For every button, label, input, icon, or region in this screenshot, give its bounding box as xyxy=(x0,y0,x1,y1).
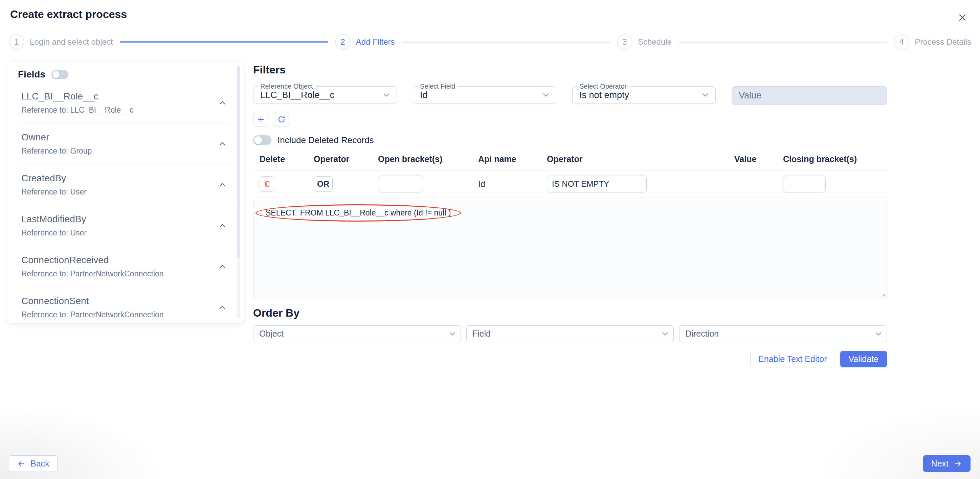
validate-button[interactable]: Validate xyxy=(840,351,887,367)
field-name: ConnectionSent xyxy=(21,296,218,306)
field-item-text: Owner Reference to: Group xyxy=(21,132,218,155)
row-operator-chip[interactable]: OR xyxy=(314,176,332,192)
cell-closing-brackets xyxy=(783,176,887,192)
chevron-down-icon xyxy=(700,90,710,100)
cell-operator: OR xyxy=(314,176,378,192)
back-button[interactable]: Back xyxy=(9,455,57,472)
enable-text-editor-button[interactable]: Enable Text Editor xyxy=(750,351,835,367)
field-item-text: CreatedBy Reference to: User xyxy=(21,173,218,197)
field-item-llc-bi-role[interactable]: LLC_BI__Role__c Reference to: LLC_BI__Ro… xyxy=(19,82,232,124)
field-item-createdby[interactable]: CreatedBy Reference to: User xyxy=(19,164,232,205)
back-label: Back xyxy=(30,459,49,468)
fields-scrollbar[interactable] xyxy=(237,66,240,318)
row-operator-input[interactable] xyxy=(547,176,647,192)
chevron-up-icon xyxy=(218,221,227,230)
include-deleted-row: Include Deleted Records xyxy=(253,135,887,146)
field-item-connectionreceived[interactable]: ConnectionReceived Reference to: Partner… xyxy=(19,246,232,287)
step-label: Login and select object xyxy=(30,37,113,47)
cell-delete xyxy=(259,176,314,192)
step-add-filters[interactable]: 2 Add Filters xyxy=(335,34,395,50)
filters-action-row: Enable Text Editor Validate xyxy=(253,351,887,367)
include-deleted-toggle[interactable] xyxy=(253,135,271,145)
step-label: Schedule xyxy=(638,37,672,47)
order-by-title: Order By xyxy=(253,307,887,319)
stepper: 1 Login and select object 2 Add Filters … xyxy=(9,34,971,50)
chevron-down-icon xyxy=(541,90,550,100)
order-by-direction-select[interactable]: Direction xyxy=(679,325,887,342)
step-number: 4 xyxy=(894,34,909,50)
toggle-knob xyxy=(52,71,60,78)
col-operator: Operator xyxy=(314,154,378,164)
order-by-object-select[interactable]: Object xyxy=(253,325,461,342)
field-name: LastModifiedBy xyxy=(21,214,218,225)
refresh-button[interactable] xyxy=(274,112,289,127)
value-input[interactable] xyxy=(732,86,887,105)
order-by-field-select[interactable]: Field xyxy=(466,325,674,342)
chevron-up-icon xyxy=(218,262,227,271)
refresh-icon xyxy=(277,115,286,124)
order-by-direction-placeholder: Direction xyxy=(685,329,874,339)
chevron-down-icon xyxy=(660,329,670,339)
select-operator-label: Select Operator xyxy=(577,82,629,90)
query-textarea[interactable]: SELECT FROM LLC_BI__Role__c where (Id !=… xyxy=(253,200,887,298)
chevron-down-icon xyxy=(448,329,457,339)
chevron-up-icon xyxy=(218,303,227,312)
field-reference: Reference to: User xyxy=(21,228,218,238)
add-filter-button[interactable] xyxy=(253,112,268,127)
filter-actions-row xyxy=(253,112,887,127)
step-number: 3 xyxy=(617,34,632,50)
field-item-text: LLC_BI__Role__c Reference to: LLC_BI__Ro… xyxy=(21,91,218,115)
fields-toggle[interactable] xyxy=(51,70,68,79)
step-number: 2 xyxy=(335,34,351,50)
step-process-details[interactable]: 4 Process Details xyxy=(894,34,971,50)
delete-filter-button[interactable] xyxy=(259,176,275,192)
closing-brackets-input[interactable] xyxy=(783,176,826,192)
col-operator-value: Operator xyxy=(547,154,734,164)
select-field-select[interactable]: Select Field Id xyxy=(413,86,556,104)
step-schedule[interactable]: 3 Schedule xyxy=(617,34,672,50)
col-api-name: Api name xyxy=(478,154,547,164)
filter-controls-row: Reference Object LLC_BI__Role__c Select … xyxy=(253,86,887,105)
cell-api-name: Id xyxy=(478,179,547,189)
chevron-up-icon xyxy=(218,139,227,149)
next-button[interactable]: Next xyxy=(923,455,970,472)
field-item-text: ConnectionSent Reference to: PartnerNetw… xyxy=(21,296,218,319)
scrollbar-thumb[interactable] xyxy=(237,66,240,257)
select-field-value: Id xyxy=(420,90,541,100)
field-name: LLC_BI__Role__c xyxy=(21,91,218,102)
page-title: Create extract process xyxy=(10,8,127,21)
col-closing-brackets: Closing bracket(s) xyxy=(783,154,887,164)
filters-title: Filters xyxy=(253,63,887,76)
open-brackets-input[interactable] xyxy=(378,176,423,192)
col-delete: Delete xyxy=(259,154,314,164)
step-number: 1 xyxy=(9,34,24,50)
stepper-connector xyxy=(678,41,887,43)
field-item-connectionsent[interactable]: ConnectionSent Reference to: PartnerNetw… xyxy=(19,287,232,328)
arrow-right-icon xyxy=(953,459,962,468)
reference-object-select[interactable]: Reference Object LLC_BI__Role__c xyxy=(253,86,397,104)
step-login-and-select-object[interactable]: 1 Login and select object xyxy=(9,34,113,50)
step-label: Process Details xyxy=(915,37,971,47)
reference-object-value: LLC_BI__Role__c xyxy=(260,90,382,100)
filters-section: Filters Reference Object LLC_BI__Role__c… xyxy=(253,61,887,367)
field-name: Owner xyxy=(21,132,218,143)
field-name: CreatedBy xyxy=(21,173,218,184)
include-deleted-label: Include Deleted Records xyxy=(277,135,374,146)
next-label: Next xyxy=(931,459,948,468)
filter-row: OR Id xyxy=(253,170,887,198)
cell-open-brackets xyxy=(378,176,478,192)
stepper-connector-done xyxy=(120,41,328,43)
field-reference: Reference to: PartnerNetworkConnection xyxy=(21,310,218,319)
close-button[interactable] xyxy=(955,10,970,25)
field-item-owner[interactable]: Owner Reference to: Group xyxy=(19,124,232,164)
field-item-lastmodifiedby[interactable]: LastModifiedBy Reference to: User xyxy=(19,205,232,246)
resize-handle-icon[interactable] xyxy=(880,292,886,297)
field-reference: Reference to: User xyxy=(21,187,218,197)
col-value: Value xyxy=(734,154,783,164)
arrow-left-icon xyxy=(17,459,26,468)
field-item-text: ConnectionReceived Reference to: Partner… xyxy=(21,255,218,278)
cell-operator-value xyxy=(547,176,734,192)
field-list: LLC_BI__Role__c Reference to: LLC_BI__Ro… xyxy=(14,82,232,328)
row-api-name: Id xyxy=(478,179,485,189)
select-operator-select[interactable]: Select Operator Is not empty xyxy=(572,86,716,104)
